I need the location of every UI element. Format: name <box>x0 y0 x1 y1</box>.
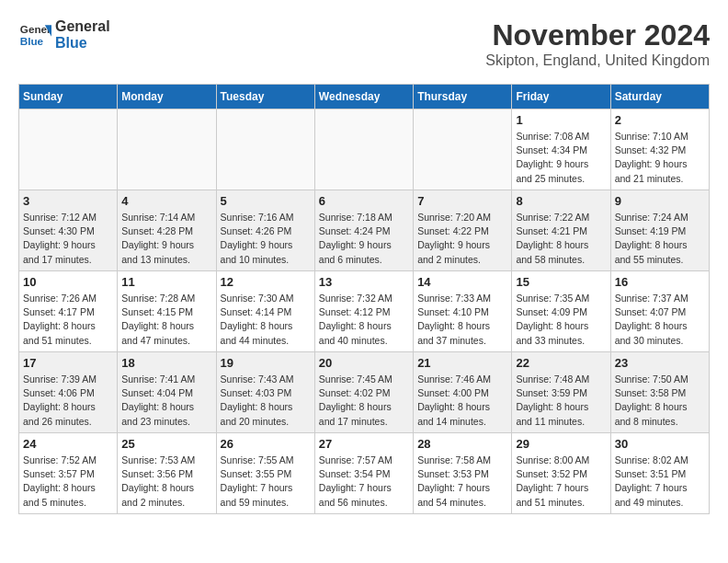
calendar-cell: 7Sunrise: 7:20 AM Sunset: 4:22 PM Daylig… <box>414 190 512 271</box>
day-info: Sunrise: 7:45 AM Sunset: 4:02 PM Dayligh… <box>319 373 409 429</box>
day-info: Sunrise: 7:35 AM Sunset: 4:09 PM Dayligh… <box>516 292 606 348</box>
logo-blue-text: Blue <box>55 35 110 52</box>
day-info: Sunrise: 7:57 AM Sunset: 3:54 PM Dayligh… <box>319 454 409 510</box>
calendar-cell: 25Sunrise: 7:53 AM Sunset: 3:56 PM Dayli… <box>118 433 216 514</box>
calendar-cell: 4Sunrise: 7:14 AM Sunset: 4:28 PM Daylig… <box>118 190 216 271</box>
page-header: General Blue General Blue November 2024 … <box>18 18 710 69</box>
calendar-cell: 24Sunrise: 7:52 AM Sunset: 3:57 PM Dayli… <box>19 433 118 514</box>
day-info: Sunrise: 7:14 AM Sunset: 4:28 PM Dayligh… <box>121 211 211 267</box>
day-number: 12 <box>221 275 311 289</box>
calendar-cell: 26Sunrise: 7:55 AM Sunset: 3:55 PM Dayli… <box>216 433 314 514</box>
calendar-cell: 30Sunrise: 8:02 AM Sunset: 3:51 PM Dayli… <box>610 433 709 514</box>
calendar-cell: 20Sunrise: 7:45 AM Sunset: 4:02 PM Dayli… <box>314 352 413 433</box>
day-number: 25 <box>121 437 211 451</box>
day-number: 8 <box>516 194 606 208</box>
day-number: 27 <box>319 437 409 451</box>
day-number: 29 <box>516 437 606 451</box>
calendar-cell: 18Sunrise: 7:41 AM Sunset: 4:04 PM Dayli… <box>118 352 216 433</box>
calendar-cell: 9Sunrise: 7:24 AM Sunset: 4:19 PM Daylig… <box>610 190 709 271</box>
week-row-1: 1Sunrise: 7:08 AM Sunset: 4:34 PM Daylig… <box>19 109 710 190</box>
column-header-wednesday: Wednesday <box>314 85 413 109</box>
day-info: Sunrise: 7:58 AM Sunset: 3:53 PM Dayligh… <box>417 454 507 510</box>
day-info: Sunrise: 7:10 AM Sunset: 4:32 PM Dayligh… <box>615 130 705 186</box>
calendar-cell: 17Sunrise: 7:39 AM Sunset: 4:06 PM Dayli… <box>19 352 118 433</box>
day-info: Sunrise: 7:48 AM Sunset: 3:59 PM Dayligh… <box>516 373 606 429</box>
day-info: Sunrise: 8:02 AM Sunset: 3:51 PM Dayligh… <box>615 454 705 510</box>
column-header-thursday: Thursday <box>414 85 512 109</box>
day-info: Sunrise: 7:20 AM Sunset: 4:22 PM Dayligh… <box>417 211 507 267</box>
day-number: 6 <box>319 194 409 208</box>
calendar-cell: 13Sunrise: 7:32 AM Sunset: 4:12 PM Dayli… <box>314 271 413 352</box>
day-info: Sunrise: 8:00 AM Sunset: 3:52 PM Dayligh… <box>516 454 606 510</box>
week-row-5: 24Sunrise: 7:52 AM Sunset: 3:57 PM Dayli… <box>19 433 710 514</box>
day-number: 5 <box>221 194 311 208</box>
svg-text:General: General <box>20 23 51 35</box>
week-row-4: 17Sunrise: 7:39 AM Sunset: 4:06 PM Dayli… <box>19 352 710 433</box>
week-row-3: 10Sunrise: 7:26 AM Sunset: 4:17 PM Dayli… <box>19 271 710 352</box>
day-info: Sunrise: 7:12 AM Sunset: 4:30 PM Dayligh… <box>23 211 113 267</box>
day-number: 13 <box>319 275 409 289</box>
calendar-cell: 22Sunrise: 7:48 AM Sunset: 3:59 PM Dayli… <box>512 352 610 433</box>
day-number: 24 <box>23 437 113 451</box>
calendar-cell: 27Sunrise: 7:57 AM Sunset: 3:54 PM Dayli… <box>314 433 413 514</box>
day-info: Sunrise: 7:55 AM Sunset: 3:55 PM Dayligh… <box>221 454 311 510</box>
day-info: Sunrise: 7:16 AM Sunset: 4:26 PM Dayligh… <box>221 211 311 267</box>
day-number: 16 <box>615 275 705 289</box>
day-info: Sunrise: 7:43 AM Sunset: 4:03 PM Dayligh… <box>221 373 311 429</box>
calendar-cell: 8Sunrise: 7:22 AM Sunset: 4:21 PM Daylig… <box>512 190 610 271</box>
calendar-cell <box>414 109 512 190</box>
title-block: November 2024 Skipton, England, United K… <box>485 18 710 69</box>
day-info: Sunrise: 7:50 AM Sunset: 3:58 PM Dayligh… <box>615 373 705 429</box>
calendar-header-row: SundayMondayTuesdayWednesdayThursdayFrid… <box>19 85 710 109</box>
day-info: Sunrise: 7:28 AM Sunset: 4:15 PM Dayligh… <box>121 292 211 348</box>
day-number: 19 <box>221 356 311 370</box>
calendar-cell <box>19 109 118 190</box>
day-info: Sunrise: 7:37 AM Sunset: 4:07 PM Dayligh… <box>615 292 705 348</box>
day-number: 9 <box>615 194 705 208</box>
day-number: 20 <box>319 356 409 370</box>
location-text: Skipton, England, United Kingdom <box>485 52 710 69</box>
column-header-monday: Monday <box>118 85 216 109</box>
calendar-cell: 28Sunrise: 7:58 AM Sunset: 3:53 PM Dayli… <box>414 433 512 514</box>
day-number: 10 <box>23 275 113 289</box>
calendar-cell <box>118 109 216 190</box>
logo-general-text: General <box>55 18 110 35</box>
calendar-cell: 16Sunrise: 7:37 AM Sunset: 4:07 PM Dayli… <box>610 271 709 352</box>
calendar-cell: 14Sunrise: 7:33 AM Sunset: 4:10 PM Dayli… <box>414 271 512 352</box>
day-info: Sunrise: 7:18 AM Sunset: 4:24 PM Dayligh… <box>319 211 409 267</box>
day-info: Sunrise: 7:08 AM Sunset: 4:34 PM Dayligh… <box>516 130 606 186</box>
calendar-cell: 11Sunrise: 7:28 AM Sunset: 4:15 PM Dayli… <box>118 271 216 352</box>
day-number: 15 <box>516 275 606 289</box>
day-number: 28 <box>417 437 507 451</box>
day-info: Sunrise: 7:39 AM Sunset: 4:06 PM Dayligh… <box>23 373 113 429</box>
day-info: Sunrise: 7:52 AM Sunset: 3:57 PM Dayligh… <box>23 454 113 510</box>
svg-text:Blue: Blue <box>20 35 44 47</box>
column-header-friday: Friday <box>512 85 610 109</box>
calendar-cell: 15Sunrise: 7:35 AM Sunset: 4:09 PM Dayli… <box>512 271 610 352</box>
day-number: 4 <box>121 194 211 208</box>
calendar-cell: 6Sunrise: 7:18 AM Sunset: 4:24 PM Daylig… <box>314 190 413 271</box>
day-info: Sunrise: 7:26 AM Sunset: 4:17 PM Dayligh… <box>23 292 113 348</box>
day-number: 21 <box>417 356 507 370</box>
day-number: 18 <box>121 356 211 370</box>
calendar-cell: 29Sunrise: 8:00 AM Sunset: 3:52 PM Dayli… <box>512 433 610 514</box>
logo-icon: General Blue <box>18 18 51 52</box>
day-info: Sunrise: 7:30 AM Sunset: 4:14 PM Dayligh… <box>221 292 311 348</box>
calendar-cell <box>314 109 413 190</box>
day-info: Sunrise: 7:53 AM Sunset: 3:56 PM Dayligh… <box>121 454 211 510</box>
calendar-cell: 23Sunrise: 7:50 AM Sunset: 3:58 PM Dayli… <box>610 352 709 433</box>
day-info: Sunrise: 7:41 AM Sunset: 4:04 PM Dayligh… <box>121 373 211 429</box>
day-info: Sunrise: 7:22 AM Sunset: 4:21 PM Dayligh… <box>516 211 606 267</box>
calendar-cell: 5Sunrise: 7:16 AM Sunset: 4:26 PM Daylig… <box>216 190 314 271</box>
day-number: 1 <box>516 113 606 127</box>
column-header-tuesday: Tuesday <box>216 85 314 109</box>
calendar-cell: 10Sunrise: 7:26 AM Sunset: 4:17 PM Dayli… <box>19 271 118 352</box>
calendar-cell: 21Sunrise: 7:46 AM Sunset: 4:00 PM Dayli… <box>414 352 512 433</box>
day-number: 23 <box>615 356 705 370</box>
calendar-table: SundayMondayTuesdayWednesdayThursdayFrid… <box>18 84 710 514</box>
day-info: Sunrise: 7:33 AM Sunset: 4:10 PM Dayligh… <box>417 292 507 348</box>
day-number: 2 <box>615 113 705 127</box>
day-number: 17 <box>23 356 113 370</box>
column-header-sunday: Sunday <box>19 85 118 109</box>
day-number: 7 <box>417 194 507 208</box>
